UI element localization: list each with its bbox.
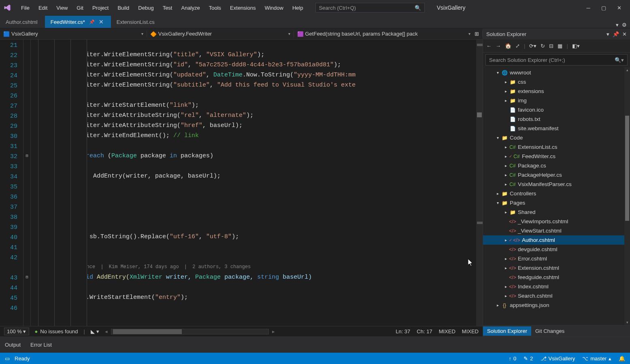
expand-toggle-icon[interactable]: ▸: [502, 256, 509, 261]
minimize-button[interactable]: ─: [585, 5, 591, 11]
code-line[interactable]: writer.WriteElementString("updated", Dat…: [87, 70, 476, 80]
menu-build[interactable]: Build: [113, 2, 133, 13]
showall-icon[interactable]: ▦: [558, 43, 562, 49]
bottom-tab-error-list[interactable]: Error List: [26, 339, 57, 350]
menu-window[interactable]: Window: [261, 2, 287, 13]
sync-status[interactable]: ↑0: [509, 356, 517, 362]
menu-tools[interactable]: Tools: [205, 2, 225, 13]
nav-project-dropdown[interactable]: 🟦 VsixGallery ▾: [0, 31, 147, 37]
code-line[interactable]: writer.WriteStartElement("link");: [87, 100, 476, 110]
code-line[interactable]: writer.WriteElementString("title", "VSIX…: [87, 50, 476, 60]
expand-toggle-icon[interactable]: ▾: [494, 201, 501, 205]
refresh-icon[interactable]: ↻: [541, 43, 545, 49]
expand-toggle-icon[interactable]: ▸: [502, 266, 509, 270]
menu-edit[interactable]: Edit: [34, 2, 51, 13]
code-line[interactable]: [87, 252, 476, 262]
branch-status[interactable]: ⌥master ▴: [582, 356, 611, 362]
menu-help[interactable]: Help: [288, 2, 307, 13]
tree-item-search-cshtml[interactable]: ▸</>Search.cshtml: [483, 291, 624, 301]
tree-item-pages[interactable]: ▾📁Pages: [483, 198, 624, 207]
expand-toggle-icon[interactable]: ▾: [494, 70, 501, 75]
code-line[interactable]: return sb.ToString().Replace("utf-16", "…: [87, 232, 476, 242]
code-line[interactable]: writer.WriteEndElement(); // link: [87, 131, 476, 141]
expand-toggle-icon[interactable]: ▸: [502, 238, 509, 242]
menu-project[interactable]: Project: [88, 2, 113, 13]
code-line[interactable]: writer.WriteAttributeString("href", base…: [87, 121, 476, 131]
expand-toggle-icon[interactable]: ▸: [502, 294, 509, 298]
collapse-icon[interactable]: ⊟: [549, 43, 553, 49]
expand-toggle-icon[interactable]: ▸: [502, 284, 509, 289]
tree-item-extensionlist-cs[interactable]: ▸C#ExtensionList.cs: [483, 142, 624, 152]
solution-search-input[interactable]: Search Solution Explorer (Ctrl+;) 🔍▾: [485, 54, 628, 66]
fold-column[interactable]: ⊟ ⊟: [23, 40, 31, 326]
tree-item-controllers[interactable]: ▸📁Controllers: [483, 189, 624, 198]
menu-debug[interactable]: Debug: [134, 2, 158, 13]
menu-file[interactable]: File: [17, 2, 34, 13]
solution-tree[interactable]: ▾🌐wwwroot▸📁css▸📁extensions▸📁img📄favicon.…: [483, 67, 624, 325]
tab-extensionlist-cs[interactable]: ExtensionList.cs: [111, 16, 162, 28]
code-line[interactable]: foreach (Package package in packages): [87, 151, 476, 161]
code-line[interactable]: private void AddEntry(XmlWriter writer, …: [87, 272, 476, 282]
expand-toggle-icon[interactable]: ▸: [502, 98, 509, 103]
bottom-tab-output[interactable]: Output: [0, 339, 26, 350]
menu-extensions[interactable]: Extensions: [226, 2, 260, 13]
close-panel-icon[interactable]: ✕: [622, 31, 627, 37]
tree-item-favicon-ico[interactable]: 📄favicon.ico: [483, 105, 624, 114]
expand-toggle-icon[interactable]: ▸: [502, 210, 509, 214]
tree-item--viewimports-cshtml[interactable]: </>_ViewImports.cshtml: [483, 217, 624, 226]
tree-item-devguide-cshtml[interactable]: </>devguide.cshtml: [483, 245, 624, 254]
code-line[interactable]: [87, 222, 476, 232]
search-input[interactable]: Search (Ctrl+Q) 🔍: [315, 3, 425, 13]
code-line[interactable]: [87, 40, 476, 50]
code-line[interactable]: }: [87, 181, 476, 191]
tree-item-robots-txt[interactable]: 📄robots.txt: [483, 114, 624, 124]
nav-class-dropdown[interactable]: 🔶 VsixGallery.FeedWriter ▾: [147, 31, 294, 37]
tree-item-css[interactable]: ▸📁css: [483, 77, 624, 87]
code-line[interactable]: {: [87, 161, 476, 171]
mode-indicator-1[interactable]: MIXED: [439, 328, 455, 334]
expand-toggle-icon[interactable]: ▸: [502, 89, 509, 93]
expand-toggle-icon[interactable]: ▸: [502, 163, 509, 168]
char-indicator[interactable]: Ch: 17: [417, 328, 432, 334]
expand-toggle-icon[interactable]: ▸: [494, 191, 501, 196]
nav-member-dropdown[interactable]: 🟪 GetFeed(string baseUrl, params Package…: [294, 31, 483, 37]
sync-icon[interactable]: ⟳▾: [529, 43, 536, 49]
issues-indicator[interactable]: ● No issues found: [35, 328, 78, 334]
scope-icon[interactable]: ⤢: [515, 43, 520, 49]
nav-forward-icon[interactable]: →: [496, 43, 501, 49]
code-line[interactable]: [87, 303, 476, 313]
tree-vertical-scrollbar[interactable]: ▴ ▾: [624, 67, 630, 325]
close-button[interactable]: ✕: [616, 5, 622, 11]
tab-author-cshtml[interactable]: Author.cshtml: [0, 16, 45, 28]
marker-icon[interactable]: ◣ ▾: [91, 328, 99, 334]
task-icon[interactable]: ▭: [5, 356, 10, 362]
pin-icon[interactable]: 📌: [89, 19, 95, 25]
side-tab-solution-explorer[interactable]: Solution Explorer: [483, 326, 531, 336]
mode-indicator-2[interactable]: MIXED: [462, 328, 479, 334]
tree-item-vsixmanifestparser-cs[interactable]: ▸C#VsixManifestParser.cs: [483, 180, 624, 189]
code-line[interactable]: [87, 141, 476, 151]
expand-toggle-icon[interactable]: ▸: [502, 80, 509, 84]
home-icon[interactable]: 🏠: [505, 43, 511, 49]
tree-item-feedguide-cshtml[interactable]: </>feedguide.cshtml: [483, 273, 624, 282]
tabs-dropdown-icon[interactable]: ▾: [616, 22, 619, 28]
tree-item-index-cshtml[interactable]: ▸</>Index.cshtml: [483, 282, 624, 291]
nav-back-icon[interactable]: ←: [486, 43, 492, 49]
pin-icon[interactable]: 📌: [613, 31, 619, 37]
tree-item-extension-cshtml[interactable]: ▸</>Extension.cshtml: [483, 263, 624, 273]
tree-item-appsettings-json[interactable]: ▸{}appsettings.json: [483, 301, 624, 310]
tree-item-author-cshtml[interactable]: ▸✓</>Author.cshtml: [483, 235, 624, 245]
menu-analyze[interactable]: Analyze: [177, 2, 204, 13]
editor-horizontal-scrollbar[interactable]: ◂ ▸: [105, 329, 275, 334]
tree-item-wwwroot[interactable]: ▾🌐wwwroot: [483, 68, 624, 77]
expand-toggle-icon[interactable]: ▸: [502, 145, 509, 149]
pending-changes[interactable]: ✎2: [524, 356, 533, 362]
code-editor[interactable]: writer.WriteElementString("title", "VSIX…: [87, 40, 476, 326]
tree-item-error-cshtml[interactable]: ▸</>Error.cshtml: [483, 254, 624, 263]
codelens[interactable]: 1 reference | Kim Meiser, 174 days ago |…: [87, 262, 476, 272]
expand-toggle-icon[interactable]: ▸: [502, 154, 509, 159]
maximize-button[interactable]: ▢: [601, 5, 607, 11]
code-line[interactable]: AddEntry(writer, package, baseUrl);: [87, 171, 476, 181]
notifications-icon[interactable]: 🔔: [619, 356, 625, 362]
side-tab-git-changes[interactable]: Git Changes: [531, 326, 568, 336]
